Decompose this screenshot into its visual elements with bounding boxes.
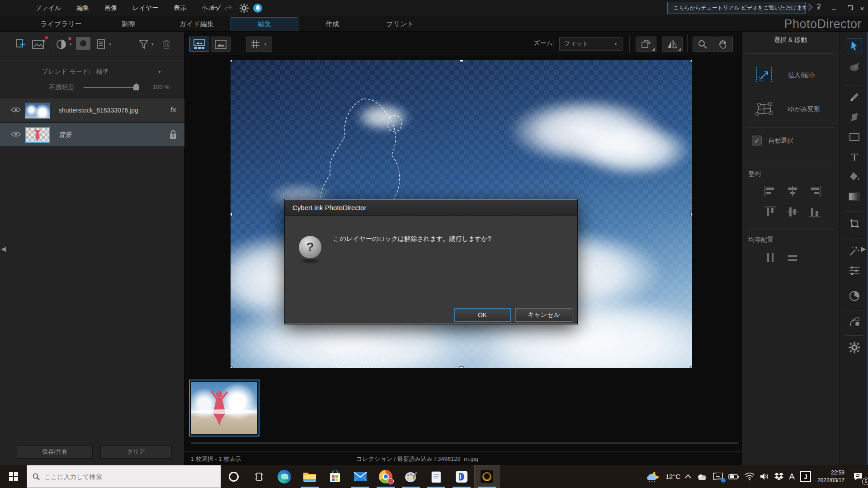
notification-bell-icon[interactable]: [252, 3, 263, 13]
view-mode-browser-button[interactable]: [189, 37, 209, 52]
align-left-button[interactable]: [764, 185, 777, 198]
ok-button[interactable]: OK: [454, 308, 511, 322]
menu-file[interactable]: ファイル: [35, 4, 61, 12]
visibility-eye-icon[interactable]: [11, 107, 21, 113]
layer-thumbnail-selected[interactable]: [25, 127, 50, 143]
taskbar-search[interactable]: [27, 465, 221, 488]
zoom-dropdown[interactable]: フィット ▼: [559, 37, 623, 51]
align-bottom-button[interactable]: [808, 206, 821, 218]
select-move-tool[interactable]: [847, 38, 862, 53]
transform-handle[interactable]: [231, 60, 232, 62]
taskbar-photodirector-icon[interactable]: [474, 465, 500, 488]
fill-bucket-tool[interactable]: [847, 169, 862, 184]
align-center-h-button[interactable]: [786, 185, 799, 198]
restore-button[interactable]: [844, 3, 855, 14]
taskbar-edge-icon[interactable]: [272, 465, 297, 488]
mask-brush-tool[interactable]: [847, 60, 862, 75]
lock-icon[interactable]: [169, 130, 177, 140]
save-share-button[interactable]: 保存/共有: [17, 445, 93, 459]
layer-row-image[interactable]: shutterstock_616333076.jpg fx: [0, 99, 184, 123]
temperature-text[interactable]: 12°C: [663, 465, 683, 488]
zoom-tool-button[interactable]: [693, 37, 712, 52]
tab-edit[interactable]: 編集: [231, 17, 298, 31]
action-center-button[interactable]: 5: [848, 465, 868, 488]
export-layers-tool[interactable]: [847, 314, 862, 330]
grid-overlay-button[interactable]: ▼: [246, 37, 272, 52]
dialog-title[interactable]: CyberLink PhotoDirector: [285, 200, 577, 216]
pan-hand-button[interactable]: [713, 37, 733, 52]
menu-image[interactable]: 画像: [104, 4, 117, 12]
collapse-left-panel-icon[interactable]: ◀: [1, 245, 6, 253]
flip-button[interactable]: [662, 37, 683, 52]
shape-rectangle-tool[interactable]: [847, 129, 862, 145]
color-wheel-tool[interactable]: [847, 288, 862, 304]
settings-gear-icon[interactable]: [847, 340, 862, 355]
distribute-horizontal-button[interactable]: [764, 251, 777, 264]
eraser-tool[interactable]: [847, 109, 862, 125]
transform-handle[interactable]: [690, 60, 692, 62]
taskbar-paint-icon[interactable]: [398, 465, 424, 488]
taskbar-notepad-icon[interactable]: [424, 465, 449, 488]
transform-handle[interactable]: [460, 60, 463, 62]
visibility-eye-icon[interactable]: [11, 131, 21, 137]
browser-thumbnail-selected[interactable]: [189, 380, 259, 436]
layer-list-icon[interactable]: ▼: [96, 37, 112, 52]
align-top-button[interactable]: [764, 206, 777, 218]
taskbar-store-icon[interactable]: [322, 465, 348, 488]
scale-tool-label[interactable]: 拡大/縮小: [788, 71, 815, 80]
scale-tool-icon[interactable]: [755, 66, 773, 83]
redo-button[interactable]: [223, 3, 234, 13]
cortana-button[interactable]: [221, 465, 246, 488]
task-view-button[interactable]: [246, 465, 272, 488]
gradient-tool[interactable]: [847, 189, 862, 204]
start-button[interactable]: [0, 465, 27, 488]
help-button[interactable]: ?: [814, 3, 824, 13]
tray-chevron-up-icon[interactable]: [682, 465, 694, 488]
pencil-tool[interactable]: [847, 89, 862, 105]
taskbar-mail-icon[interactable]: [348, 465, 373, 488]
transform-handle[interactable]: [231, 366, 232, 368]
volume-icon[interactable]: [757, 465, 772, 488]
search-input[interactable]: [44, 473, 207, 480]
horizontal-scrollbar[interactable]: [191, 442, 738, 444]
undo-button[interactable]: [209, 3, 220, 13]
battery-icon[interactable]: [726, 465, 742, 488]
add-image-layer-icon[interactable]: [31, 37, 47, 52]
weather-icon[interactable]: [644, 465, 663, 488]
wireless-display-icon[interactable]: [710, 465, 726, 488]
add-layer-icon[interactable]: [13, 37, 29, 52]
tab-library[interactable]: ライブラリー: [27, 18, 95, 31]
crop-tool[interactable]: [847, 216, 862, 231]
close-button[interactable]: ×: [856, 3, 868, 14]
adjustment-sliders-tool[interactable]: [847, 263, 862, 278]
wifi-icon[interactable]: [742, 465, 757, 488]
layer-thumbnail[interactable]: [25, 103, 50, 119]
delete-layer-icon[interactable]: [158, 37, 175, 52]
dropbox-icon[interactable]: [772, 465, 786, 488]
menu-view[interactable]: 表示: [174, 4, 186, 12]
tab-adjustment[interactable]: 調整: [95, 18, 163, 31]
warp-tool-icon[interactable]: [755, 100, 773, 117]
transform-handle[interactable]: [460, 366, 463, 368]
opacity-slider-handle[interactable]: [133, 83, 139, 90]
auto-select-checkbox[interactable]: ✓: [752, 136, 762, 145]
ime-app-icon[interactable]: J: [797, 465, 814, 488]
settings-gear-icon[interactable]: [239, 3, 250, 13]
menu-layer[interactable]: レイヤー: [132, 4, 158, 12]
taskbar-clock[interactable]: 22:59 2022/03/17: [814, 469, 848, 483]
collapse-right-panel-icon[interactable]: ▶: [861, 245, 866, 253]
align-right-button[interactable]: [808, 185, 821, 198]
rotate-button[interactable]: [636, 37, 656, 52]
fx-badge[interactable]: fx: [170, 105, 176, 114]
layer-row-background[interactable]: 背景: [0, 123, 184, 147]
minimize-button[interactable]: –: [828, 3, 840, 14]
tab-print[interactable]: プリント: [366, 18, 434, 31]
tab-create[interactable]: 作成: [298, 18, 366, 31]
transform-handle[interactable]: [690, 366, 692, 368]
transform-handle[interactable]: [690, 212, 692, 216]
blend-mode-dropdown[interactable]: 標準 ▼: [93, 66, 165, 78]
transform-handle[interactable]: [231, 212, 232, 216]
cancel-button[interactable]: キャンセル: [515, 308, 572, 322]
taskbar-directorzone-icon[interactable]: [449, 465, 474, 488]
menu-edit[interactable]: 編集: [76, 4, 89, 12]
